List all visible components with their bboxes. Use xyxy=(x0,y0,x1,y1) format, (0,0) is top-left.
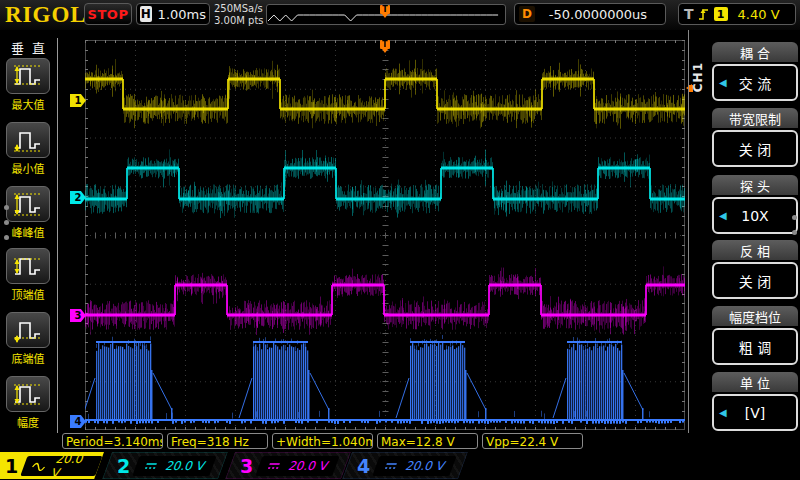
menu-section-value: [V] xyxy=(745,405,766,421)
waveform-display[interactable] xyxy=(85,40,685,430)
channel-status-bar: 120.0 V220.0 V320.0 V420.0 V xyxy=(0,452,800,480)
menu-softkey-2[interactable]: ◀10X xyxy=(712,197,798,234)
left-page-dots xyxy=(4,195,10,250)
channel-4-status[interactable]: 420.0 V xyxy=(342,452,468,479)
vbase-icon xyxy=(6,312,50,348)
menu-section-2: 探 头◀10X xyxy=(712,175,798,234)
measure-item-label: 幅度 xyxy=(3,414,53,430)
chevron-left-icon: ◀ xyxy=(719,77,727,88)
vmax-icon xyxy=(6,58,50,94)
channel-scale-box: 20.0 V xyxy=(256,456,340,476)
channel-scale-box: 20.0 V xyxy=(21,456,103,476)
menu-softkey-0[interactable]: ◀交 流 xyxy=(712,64,798,101)
menu-softkey-3[interactable]: 关 闭 xyxy=(712,262,798,299)
channel-number: 4 xyxy=(357,455,370,477)
measurement-readout-4[interactable]: Vpp=22.4 V xyxy=(482,433,583,449)
horizontal-scale-box[interactable]: H 1.00ms xyxy=(136,3,210,25)
channel-scale-value: 20.0 V xyxy=(287,459,331,473)
menu-section-title: 探 头 xyxy=(712,175,798,195)
channel-1-status[interactable]: 120.0 V xyxy=(0,452,104,479)
menu-softkey-5[interactable]: ◀[V] xyxy=(712,394,798,431)
menu-section-title: 耦 合 xyxy=(712,42,798,62)
coupling-dc-icon xyxy=(381,456,402,475)
vpp-icon xyxy=(6,186,50,222)
left-menu-divider xyxy=(57,38,58,433)
menu-softkey-4[interactable]: 粗 调 xyxy=(712,328,798,365)
menu-section-title: 带宽限制 xyxy=(712,108,798,128)
header-bar: RIGOL STOP H 1.00ms 250MSa/s 3.00M pts T… xyxy=(0,0,800,30)
coupling-ac-icon xyxy=(29,456,50,475)
trigger-position-marker[interactable]: T xyxy=(380,40,390,49)
measurement-readout-0[interactable]: Period=3.140ms xyxy=(62,433,163,449)
memory-depth: 3.00M pts xyxy=(214,15,264,27)
measurement-readout-1[interactable]: Freq=318 Hz xyxy=(167,433,268,449)
menu-section-0: 耦 合◀交 流 xyxy=(712,42,798,101)
run-state-label: STOP xyxy=(88,7,129,22)
vtop-icon xyxy=(6,248,50,284)
menu-section-value: 关 闭 xyxy=(739,271,771,291)
measure-item-vpp[interactable]: 峰峰值 xyxy=(3,186,53,240)
measure-item-label: 峰峰值 xyxy=(3,224,53,240)
channel-scale-value: 20.0 V xyxy=(49,452,96,480)
measure-item-vtop[interactable]: 顶端值 xyxy=(3,248,53,302)
trigger-t-label: T xyxy=(684,6,694,22)
chevron-left-icon: ◀ xyxy=(719,210,727,221)
menu-softkey-1[interactable]: 关 闭 xyxy=(712,130,798,167)
channel-2-status[interactable]: 220.0 V xyxy=(102,452,228,479)
measure-item-label: 底端值 xyxy=(3,350,53,366)
left-menu-title: 垂 直 xyxy=(0,38,58,57)
menu-section-5: 单 位◀[V] xyxy=(712,372,798,431)
menu-tab-label: CH1 xyxy=(691,62,705,92)
measure-item-vamp[interactable]: 幅度 xyxy=(3,376,53,430)
menu-section-title: 反 相 xyxy=(712,240,798,260)
measurement-strip: Period=3.140msFreq=318 Hz+Width=1.040msM… xyxy=(0,432,800,452)
trigger-level-value: 4.40 V xyxy=(738,7,780,22)
measure-item-vmax[interactable]: 最大值 xyxy=(3,58,53,112)
channel-3-status[interactable]: 320.0 V xyxy=(225,452,351,479)
menu-section-1: 带宽限制关 闭 xyxy=(712,108,798,167)
acquisition-info: 250MSa/s 3.00M pts xyxy=(214,3,264,27)
channel-menu: CH1 耦 合◀交 流带宽限制关 闭探 头◀10X反 相关 闭幅度档位粗 调单 … xyxy=(685,30,800,433)
measurement-readout-3[interactable]: Max=12.8 V xyxy=(377,433,478,449)
chevron-left-icon: ◀ xyxy=(719,407,727,418)
menu-section-4: 幅度档位粗 调 xyxy=(712,306,798,365)
menu-section-value: 关 闭 xyxy=(739,139,771,159)
waveform-preview-bar[interactable]: T xyxy=(266,4,506,25)
menu-section-title: 幅度档位 xyxy=(712,306,798,326)
delay-d-icon: D xyxy=(519,6,535,22)
measure-item-label: 顶端值 xyxy=(3,286,53,302)
menu-section-title: 单 位 xyxy=(712,372,798,392)
h-key-icon: H xyxy=(140,6,152,22)
channel-number: 3 xyxy=(240,455,253,477)
channel-number: 2 xyxy=(117,455,130,477)
menu-section-3: 反 相关 闭 xyxy=(712,240,798,299)
rising-edge-icon xyxy=(698,7,710,21)
trigger-position-icon[interactable]: T xyxy=(380,5,390,14)
coupling-dc-icon xyxy=(141,456,162,475)
channel-scale-value: 20.0 V xyxy=(164,459,208,473)
measure-item-label: 最小值 xyxy=(3,160,53,176)
trigger-delay-box[interactable]: D -50.0000000us xyxy=(514,3,666,25)
rigol-logo: RIGOL xyxy=(5,2,87,28)
channel-number: 1 xyxy=(5,455,18,477)
measure-item-vmin[interactable]: 最小值 xyxy=(3,122,53,176)
timebase-value: 1.00ms xyxy=(158,7,206,22)
menu-section-value: 粗 调 xyxy=(739,337,771,357)
menu-section-value: 10X xyxy=(741,208,768,224)
channel-3-ground-marker[interactable]: 3 xyxy=(70,309,86,322)
coupling-dc-icon xyxy=(264,456,285,475)
channel-2-ground-marker[interactable]: 2 xyxy=(70,191,86,204)
trigger-info-box[interactable]: T 1 4.40 V xyxy=(678,3,796,25)
channel-4-ground-marker[interactable]: 4 xyxy=(70,415,86,428)
measurement-readout-2[interactable]: +Width=1.040ms xyxy=(272,433,373,449)
vmin-icon xyxy=(6,122,50,158)
right-page-dots xyxy=(792,205,798,245)
channel-scale-box: 20.0 V xyxy=(373,456,457,476)
sample-rate: 250MSa/s xyxy=(214,3,264,15)
run-state-badge[interactable]: STOP xyxy=(84,3,132,25)
measure-item-vbase[interactable]: 底端值 xyxy=(3,312,53,366)
measure-item-label: 最大值 xyxy=(3,96,53,112)
trigger-source-badge: 1 xyxy=(714,7,728,21)
delay-value: -50.0000000us xyxy=(549,7,647,22)
channel-1-ground-marker[interactable]: 1 xyxy=(70,94,86,107)
